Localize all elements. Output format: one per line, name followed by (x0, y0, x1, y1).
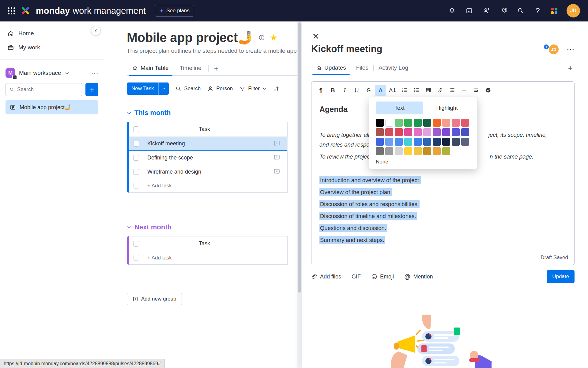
add-update-icon[interactable] (273, 154, 281, 162)
task-checkbox[interactable] (133, 169, 139, 175)
task-column-header[interactable]: Task (143, 236, 266, 251)
scrollbar-thumb[interactable] (298, 22, 301, 293)
color-swatch[interactable] (433, 147, 441, 155)
user-avatar[interactable]: JD (567, 4, 580, 17)
emoji-button[interactable]: Emoji (371, 274, 394, 280)
search-input[interactable] (17, 86, 78, 93)
new-task-button[interactable]: New Task (127, 82, 169, 95)
item-owner-avatar[interactable]: + JD (543, 44, 559, 54)
align-icon[interactable] (447, 85, 458, 96)
board-description[interactable]: This project plan outlines the steps nee… (127, 48, 297, 54)
editor-line[interactable]: Questions and discussion. (319, 222, 566, 234)
wrap-text-icon[interactable] (470, 85, 482, 96)
group-header[interactable]: This month (127, 109, 297, 117)
color-swatch[interactable] (376, 138, 384, 146)
color-swatch[interactable] (404, 119, 412, 127)
editor-line[interactable]: Overview of the project plan. (319, 186, 566, 198)
sidebar-item-board[interactable]: Mobile app project🤳 (6, 100, 98, 114)
add-tab-button[interactable]: + (568, 63, 575, 73)
color-swatch[interactable] (452, 138, 460, 146)
inbox-tray-icon[interactable] (465, 7, 473, 15)
select-all-checkbox[interactable] (133, 241, 139, 247)
tab-files[interactable]: Files (351, 61, 373, 75)
see-plans-button[interactable]: ✦ See plans (155, 5, 194, 17)
invite-members-icon[interactable] (482, 7, 490, 15)
add-new-group-button[interactable]: Add new group (127, 293, 182, 305)
color-swatch[interactable] (395, 119, 403, 127)
person-filter-button[interactable]: Person (207, 86, 233, 92)
chevron-down-icon[interactable] (65, 71, 70, 75)
collapse-sidebar-button[interactable] (91, 26, 101, 36)
table-icon[interactable] (423, 85, 434, 96)
color-none-option[interactable]: None (376, 159, 471, 165)
workspace-switcher[interactable]: M ⌂ Main workspace ⋯ (0, 65, 104, 81)
sort-button[interactable] (273, 86, 279, 92)
color-swatch[interactable] (414, 119, 422, 127)
task-name[interactable]: Defining the scope (143, 151, 266, 165)
add-board-button[interactable]: + (85, 83, 98, 96)
task-column-header[interactable]: Task (143, 122, 266, 136)
color-swatch[interactable] (414, 128, 422, 136)
bold-icon[interactable]: B (327, 85, 338, 96)
favorite-star-icon[interactable]: ★ (270, 33, 277, 42)
ordered-list-icon[interactable] (399, 85, 410, 96)
color-swatch[interactable] (385, 128, 393, 136)
color-swatch[interactable] (461, 119, 469, 127)
board-title[interactable]: Mobile app project🤳 (127, 30, 254, 45)
group-header[interactable]: Next month (127, 223, 297, 231)
editor-line[interactable]: Introduction and overview of the project… (319, 174, 566, 186)
paragraph-icon[interactable]: ¶ (315, 85, 326, 96)
color-tab-text[interactable]: Text (376, 102, 423, 114)
apps-marketplace-icon[interactable] (499, 7, 507, 15)
tab-updates[interactable]: Updates (311, 61, 351, 75)
link-icon[interactable] (435, 85, 446, 96)
text-size-icon[interactable]: A (387, 85, 398, 96)
color-swatch[interactable] (414, 138, 422, 146)
update-button[interactable]: Update (547, 270, 575, 283)
color-swatch[interactable] (433, 128, 441, 136)
checklist-icon[interactable] (482, 85, 494, 96)
select-all-checkbox[interactable] (133, 126, 139, 132)
underline-icon[interactable]: U (351, 85, 362, 96)
color-swatch[interactable] (452, 128, 460, 136)
collapse-group-icon[interactable] (127, 111, 131, 115)
notifications-bell-icon[interactable] (448, 7, 456, 15)
color-swatch[interactable] (461, 138, 469, 146)
board-info-icon[interactable] (258, 34, 265, 41)
color-swatch[interactable] (376, 119, 384, 127)
add-update-icon[interactable] (273, 168, 281, 176)
bullet-list-icon[interactable] (411, 85, 422, 96)
color-swatch[interactable] (433, 119, 441, 127)
color-swatch[interactable] (404, 128, 412, 136)
color-swatch[interactable] (442, 138, 450, 146)
item-title[interactable]: Kickoff meeting (311, 44, 383, 55)
editor-line[interactable]: Discussion of roles and responsibilities… (319, 198, 566, 210)
monday-logo-icon[interactable] (20, 5, 31, 16)
add-owner-icon[interactable]: + (543, 44, 549, 50)
update-editor[interactable]: ¶BIUSAA Agenda To bring together all jec… (311, 81, 575, 265)
color-swatch[interactable] (433, 138, 441, 146)
color-swatch[interactable] (423, 119, 431, 127)
task-name[interactable]: Wireframe and design (143, 165, 266, 179)
board-scrollbar[interactable] (297, 21, 302, 368)
task-checkbox[interactable] (133, 141, 139, 147)
add-task-label[interactable]: + Add task (143, 251, 287, 264)
search-icon[interactable] (517, 7, 525, 15)
text-color-icon[interactable]: A (375, 85, 386, 96)
add-task-label[interactable]: + Add task (143, 179, 287, 192)
apps-grid-icon[interactable] (8, 7, 15, 14)
add-files-button[interactable]: Add files (311, 274, 341, 280)
color-swatch[interactable] (376, 128, 384, 136)
color-swatch[interactable] (423, 128, 431, 136)
color-swatch[interactable] (395, 147, 403, 155)
filter-button[interactable]: Filter (239, 86, 266, 92)
color-swatch[interactable] (395, 128, 403, 136)
color-swatch[interactable] (461, 128, 469, 136)
color-swatch[interactable] (376, 147, 384, 155)
color-swatch[interactable] (452, 119, 460, 127)
sidebar-item-my-work[interactable]: My work (0, 40, 104, 55)
color-swatch[interactable] (404, 138, 412, 146)
table-row[interactable]: Defining the scope (129, 151, 288, 165)
strikethrough-icon[interactable]: S (363, 85, 374, 96)
workspace-menu-icon[interactable]: ⋯ (91, 69, 98, 77)
